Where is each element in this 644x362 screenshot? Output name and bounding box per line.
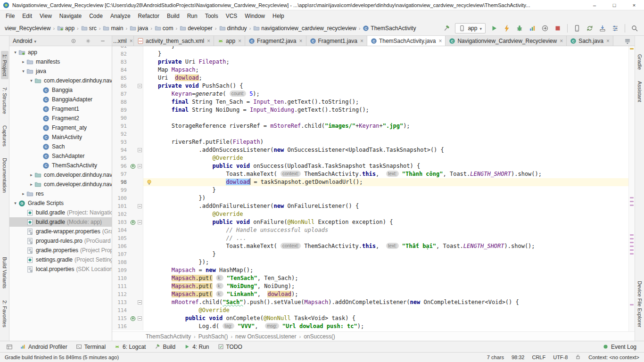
breadcrumb-new-onsuccesslistener[interactable]: new OnSuccessListener	[234, 333, 297, 340]
menu-run[interactable]: Run	[183, 11, 201, 21]
tab-close-icon[interactable]	[360, 38, 363, 44]
tool-build[interactable]: Build	[150, 343, 179, 351]
editor-tab-navigationview-cardview-recycleview[interactable]: CNavigationview_Cardview_Recycleview	[446, 36, 567, 46]
menu-refactor[interactable]: Refactor	[134, 11, 163, 21]
breadcrumb-src[interactable]: src	[80, 24, 98, 33]
readonly-indicator[interactable]	[575, 354, 581, 361]
error-stripe-mark[interactable]	[630, 201, 634, 202]
code-line[interactable]: 114 @Override	[112, 306, 635, 314]
code-line[interactable]: 97 Toast.makeText( context: ThemSachActi…	[112, 170, 635, 178]
tool-stripe-documentation[interactable]: Documentation	[1, 155, 8, 196]
code-line[interactable]: 110 Mapsach.put( k: "TenSach", Ten_Sach)…	[112, 274, 635, 282]
tab-close-icon[interactable]	[438, 38, 442, 44]
code-line[interactable]: 100 })	[112, 194, 635, 202]
tool-stripe-7-structure[interactable]: 7: Structure	[1, 84, 8, 117]
line-separator[interactable]: CRLF	[532, 354, 545, 360]
tool-stripe-assistant[interactable]: Assistant	[636, 78, 644, 106]
code-line[interactable]: 85 Uri dowload;	[112, 74, 635, 82]
override-gutter-icon[interactable]	[129, 162, 137, 170]
code-line[interactable]: 86 private void PushSach() {	[112, 82, 635, 90]
code-line[interactable]: 102 @Override	[112, 210, 635, 218]
code-line[interactable]: 88 final String Ten_Sach = Input_ten.get…	[112, 98, 635, 106]
make-project-button[interactable]	[441, 23, 452, 34]
minimize-button[interactable]: –	[585, 0, 604, 10]
code-line[interactable]: 112 Mapsach.put( k: "Linkanh", dowload);	[112, 290, 635, 298]
tree-item-app[interactable]: app	[9, 48, 112, 57]
hide-panel-button[interactable]	[97, 35, 108, 47]
code-line[interactable]: 109 Mapsach = new HashMap();	[112, 266, 635, 274]
tool-stripe-captures[interactable]: Captures	[1, 122, 8, 150]
tree-open-arrow-icon[interactable]	[12, 201, 18, 206]
code-line[interactable]: 104 // Handle unsuccessful uploads	[112, 226, 635, 234]
tool-stripe-1-project[interactable]: 1: Project	[1, 51, 8, 79]
breadcrumb-onsuccess[interactable]: onSuccess()	[302, 333, 337, 340]
stop-button[interactable]	[552, 23, 563, 34]
tree-item-res[interactable]: res	[9, 189, 112, 198]
project-view-selector[interactable]: Android	[13, 38, 36, 44]
fold-marker[interactable]	[138, 84, 142, 88]
menu-edit[interactable]: Edit	[18, 11, 36, 21]
sync-project-gradle-button[interactable]	[584, 23, 595, 34]
editor-tab-themsachactivity-java[interactable]: CThemSachActivity.java	[367, 36, 446, 46]
tool-stripe-device-file-explorer[interactable]: Device File Explorer	[636, 278, 644, 330]
code-line[interactable]: 99 }	[112, 186, 635, 194]
tab-close-icon[interactable]	[560, 38, 563, 44]
maximize-button[interactable]: □	[604, 0, 624, 10]
breadcrumb-themsachactivity[interactable]: CThemSachActivity	[362, 24, 417, 33]
error-stripe[interactable]	[628, 46, 635, 331]
debug-button[interactable]	[514, 23, 525, 34]
code-line[interactable]: 107 }	[112, 250, 635, 258]
apply-changes-button[interactable]	[501, 23, 512, 34]
tree-closed-arrow-icon[interactable]	[28, 173, 34, 177]
tree-item-gradle-wrapper-properties[interactable]: gradle-wrapper.properties(Gradle Version…	[9, 227, 112, 236]
fold-marker[interactable]	[138, 316, 142, 321]
tool-stripe-2-favorites[interactable]: 2: Favorites	[1, 297, 8, 330]
editor-tab-fragment1-java[interactable]: CFragment1.java	[306, 36, 367, 46]
close-button[interactable]: ×	[624, 0, 644, 10]
menu-code[interactable]: Code	[85, 11, 107, 21]
tree-item-settings-gradle[interactable]: settings.gradle(Project Settings)	[9, 255, 112, 264]
breadcrumb-navigationview-cardview-recycleview[interactable]: navigationview_cardview_recycleview	[252, 24, 357, 33]
error-stripe-mark[interactable]	[630, 249, 634, 251]
breadcrumb-dinhduy[interactable]: dinhduy	[218, 24, 248, 33]
tool-logcat[interactable]: 6: Logcat	[110, 343, 149, 351]
settings-gear-button[interactable]	[83, 35, 94, 47]
editor-tab-fragment2-java[interactable]: CFragment2.java	[245, 36, 306, 46]
tree-item-gradle-scripts[interactable]: GGradle Scripts	[9, 198, 112, 208]
code-line[interactable]: 92	[112, 130, 635, 138]
breadcrumb-pushsach[interactable]: PushSach()	[197, 333, 230, 340]
fold-marker[interactable]	[138, 204, 142, 208]
code-line[interactable]: 83 private Uri Filepath;	[112, 58, 635, 66]
menu-vcs[interactable]: VCS	[222, 11, 241, 21]
code-line[interactable]: 82 }	[112, 50, 635, 58]
code-line[interactable]: 103 public void onFailure(@NonNull Excep…	[112, 218, 635, 226]
scroll-from-source-button[interactable]	[68, 35, 79, 47]
tree-item-fragment-aty[interactable]: CFragment_aty	[9, 123, 112, 132]
menu-file[interactable]: File	[2, 11, 18, 21]
breadcrumb-com[interactable]: com	[154, 24, 174, 33]
editor-tab-xml[interactable]: ...xml	[112, 36, 134, 46]
tool-terminal[interactable]: Terminal	[72, 343, 109, 351]
tree-open-arrow-icon[interactable]	[12, 50, 18, 55]
code-line[interactable]: 90	[112, 114, 635, 122]
breadcrumb-main[interactable]: main	[102, 24, 124, 33]
code-line[interactable]: 111 Mapsach.put( k: "NoiDung", NoiDung);	[112, 282, 635, 290]
sdk-manager-button[interactable]	[597, 23, 608, 34]
tree-item-build-gradle[interactable]: build.gradle(Project: Navigationview_Car…	[9, 208, 112, 217]
code-line[interactable]: 113 mRootref.child("Sach").push().setVal…	[112, 298, 635, 306]
code-line[interactable]: 116 Log.d( tag: "VVV", msg: "Url dowload…	[112, 322, 635, 330]
tool-run[interactable]: 4: Run	[180, 343, 213, 351]
file-encoding[interactable]: UTF-8	[553, 354, 568, 360]
error-stripe-mark[interactable]	[630, 304, 634, 305]
menu-view[interactable]: View	[36, 11, 56, 21]
profile-button[interactable]	[527, 23, 538, 34]
editor-tab-sach-java[interactable]: CSach.java	[567, 36, 613, 46]
tab-close-icon[interactable]	[130, 38, 133, 44]
tab-close-icon[interactable]	[207, 38, 210, 44]
error-stripe-mark[interactable]	[630, 238, 634, 239]
override-gutter-icon[interactable]	[129, 218, 137, 226]
code-line[interactable]: 106 Toast.makeText( context: ThemSachAct…	[112, 242, 635, 250]
code-line[interactable]: 101 .addOnFailureListener(new OnFailureL…	[112, 202, 635, 210]
caret-position[interactable]: 98:32	[512, 354, 525, 360]
run-button[interactable]	[488, 23, 500, 34]
